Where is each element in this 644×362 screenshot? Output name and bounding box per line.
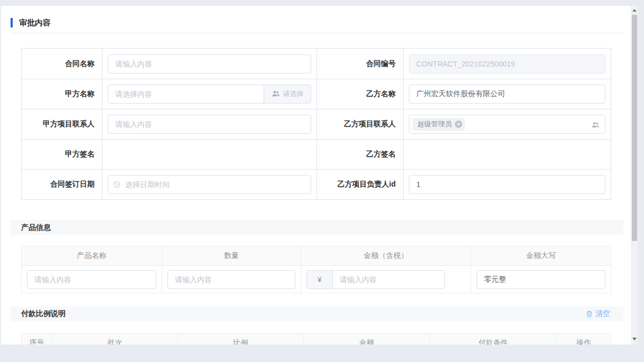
payment-col-batch: 批次	[52, 333, 178, 345]
product-col-quantity: 数量	[162, 246, 301, 266]
sign-date-cell	[102, 169, 316, 199]
party-b-name-label: 乙方名称	[316, 79, 403, 109]
party-b-owner-id-label: 乙方项目负责人id	[316, 169, 403, 199]
product-quantity-input[interactable]	[167, 270, 295, 289]
party-b-contact-cell: 超级管理员	[403, 109, 611, 139]
tag-close-icon[interactable]	[455, 120, 462, 128]
contract-name-label: 合同名称	[22, 49, 102, 79]
party-b-owner-id-cell	[403, 169, 611, 199]
product-amount-words-input[interactable]	[477, 270, 605, 289]
product-name-input[interactable]	[27, 270, 156, 289]
party-a-name-input[interactable]	[108, 85, 264, 104]
selected-user-name: 超级管理员	[417, 119, 452, 129]
contract-no-input	[409, 54, 605, 73]
product-col-name: 产品名称	[22, 246, 162, 266]
party-a-contact-input[interactable]	[108, 115, 311, 134]
clock-icon	[113, 181, 120, 190]
party-b-signature-label: 乙方签名	[316, 139, 403, 169]
product-section-title: 产品信息	[21, 223, 51, 233]
approval-form-card: 审批内容 合同名称 合同编号 甲方名称 请选择 乙方名称	[1, 6, 638, 345]
party-b-name-input[interactable]	[409, 85, 605, 104]
contract-no-label: 合同编号	[316, 49, 403, 79]
party-a-name-label: 甲方名称	[22, 79, 102, 109]
section-accent-bar	[11, 18, 13, 27]
amount-input-group: ¥	[306, 270, 445, 289]
scrollbar-down-arrow-icon[interactable]	[632, 338, 637, 340]
scrollbar-thumb[interactable]	[632, 15, 637, 241]
contract-name-input[interactable]	[108, 54, 311, 73]
product-amount-input[interactable]	[332, 270, 445, 289]
section-title: 审批内容	[19, 18, 51, 28]
clear-button[interactable]: 清空	[586, 309, 610, 319]
party-a-contact-label: 甲方项目联系人	[22, 109, 102, 139]
payment-section-title: 付款比例说明	[21, 309, 66, 319]
currency-symbol: ¥	[306, 270, 333, 289]
contract-form-table: 合同名称 合同编号 甲方名称 请选择 乙方名称 甲方项	[21, 48, 611, 200]
product-table: 产品名称 数量 金额（含税） 金额大写 ¥	[21, 246, 611, 293]
sign-date-input[interactable]	[108, 175, 311, 194]
party-b-owner-id-input[interactable]	[409, 175, 605, 194]
people-icon	[272, 89, 280, 99]
product-amount-cell: ¥	[301, 266, 471, 293]
product-section-bar: 产品信息	[11, 220, 623, 235]
payment-section-bar: 付款比例说明 清空	[11, 307, 623, 321]
contract-name-cell	[102, 49, 316, 79]
clear-button-label: 清空	[595, 309, 610, 319]
party-a-signature-cell	[102, 139, 316, 169]
party-a-name-group: 请选择	[108, 85, 311, 104]
product-quantity-cell	[162, 266, 301, 293]
party-b-signature-cell	[403, 139, 611, 169]
payment-col-index: 序号	[22, 333, 52, 345]
header-divider	[11, 33, 623, 33]
selected-user-tag: 超级管理员	[413, 118, 465, 131]
product-col-amount-words: 金额大写	[471, 246, 611, 266]
party-a-select-label: 请选择	[283, 89, 304, 99]
payment-col-condition: 付款条件	[430, 333, 556, 345]
party-a-signature-label: 甲方签名	[22, 139, 102, 169]
contract-no-cell	[403, 49, 611, 79]
party-a-select-button[interactable]: 请选择	[264, 85, 311, 104]
payment-col-ratio: 比例	[178, 333, 303, 345]
product-amount-words-cell	[471, 266, 611, 293]
party-b-contact-selector[interactable]: 超级管理员	[409, 115, 605, 134]
party-a-contact-cell	[102, 109, 316, 139]
vertical-scrollbar[interactable]	[631, 6, 638, 345]
trash-icon	[586, 310, 593, 318]
product-name-cell	[22, 266, 162, 293]
payment-table: 序号 批次 比例 金额 付款条件 操作	[21, 333, 611, 345]
party-a-name-cell: 请选择	[102, 79, 316, 109]
scrollbar-up-arrow-icon[interactable]	[632, 9, 637, 12]
party-b-name-cell	[403, 79, 611, 109]
payment-col-action: 操作	[556, 333, 611, 345]
sign-date-label: 合同签订日期	[22, 169, 102, 199]
approval-section-header: 审批内容	[11, 17, 51, 28]
party-b-contact-label: 乙方项目联系人	[316, 109, 403, 139]
payment-col-amount: 金额	[303, 333, 430, 345]
product-col-amount: 金额（含税）	[301, 246, 471, 266]
people-icon[interactable]	[591, 120, 600, 131]
date-picker[interactable]	[108, 175, 311, 194]
